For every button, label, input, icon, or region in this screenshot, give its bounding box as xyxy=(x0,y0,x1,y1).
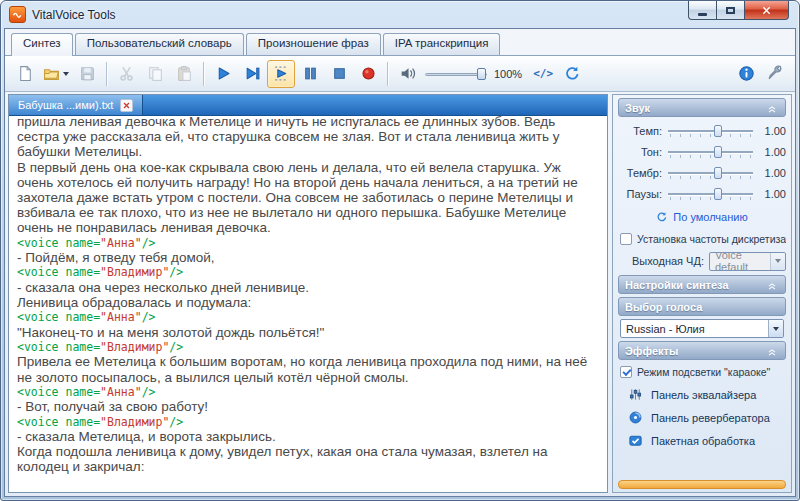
document-close-button[interactable] xyxy=(120,99,133,112)
stop-button[interactable] xyxy=(325,60,353,88)
tone-slider[interactable] xyxy=(666,144,755,160)
combo-dropdown-icon[interactable] xyxy=(768,320,783,337)
cut-button[interactable] xyxy=(112,60,140,88)
scissors-icon xyxy=(118,65,135,82)
app-logo-icon xyxy=(9,6,26,23)
pause-icon xyxy=(302,65,319,82)
close-button[interactable] xyxy=(744,1,789,20)
synthesis-section-title: Настройки синтеза xyxy=(625,279,729,291)
section-header-sound[interactable]: Звук xyxy=(618,98,786,117)
effect-item-label: Пакетная обработка xyxy=(651,435,755,447)
dropdown-caret-icon[interactable] xyxy=(63,72,69,76)
save-button[interactable] xyxy=(73,60,101,88)
play-selection-button[interactable] xyxy=(267,60,295,88)
panel-bottom-scrollbar[interactable] xyxy=(618,480,786,489)
reset-defaults-link[interactable]: По умолчанию xyxy=(673,211,747,223)
save-icon xyxy=(79,65,96,82)
slider-track xyxy=(668,130,753,132)
collapse-chevron-icon[interactable] xyxy=(765,101,779,115)
text-paragraph: Ленивица обрадовалась и подумала: xyxy=(17,295,599,310)
toolbar-separator xyxy=(106,62,107,86)
output-rate-select[interactable]: Voice default xyxy=(709,252,786,271)
document-text-area[interactable]: пришла ленивая девочка к Метелице и ничу… xyxy=(9,116,607,492)
toolbar-separator xyxy=(203,62,204,86)
effect-item-label: Панель ревербератора xyxy=(651,412,770,424)
slider-thumb[interactable] xyxy=(714,188,722,200)
maximize-button[interactable] xyxy=(717,1,744,20)
slider-thumb[interactable] xyxy=(714,167,722,179)
pauses-slider[interactable] xyxy=(666,186,755,202)
pause-button[interactable] xyxy=(296,60,324,88)
slider-thumb[interactable] xyxy=(714,146,722,158)
volume-slider-thumb[interactable] xyxy=(477,68,486,80)
refresh-icon xyxy=(564,65,581,82)
samplerate-checkbox[interactable] xyxy=(620,233,632,245)
tempo-slider[interactable] xyxy=(666,123,755,139)
play-from-cursor-icon xyxy=(244,65,261,82)
copy-button[interactable] xyxy=(141,60,169,88)
app-window: VitalVoice Tools СинтезПользовательский … xyxy=(0,0,800,501)
slider-label: Паузы: xyxy=(618,188,662,200)
voice-select-row: Russian - Юлия xyxy=(618,319,786,338)
samplerate-checkbox-row[interactable]: Установка частоты дискретизации xyxy=(618,230,786,247)
sound-section-title: Звук xyxy=(625,102,650,114)
slider-ticks xyxy=(670,134,753,137)
voice-select-value: Russian - Юлия xyxy=(626,323,705,335)
slider-value: 1.00 xyxy=(758,188,786,200)
record-button[interactable] xyxy=(354,60,382,88)
equalizer-panel-button[interactable]: Панель эквалайзера xyxy=(618,383,786,406)
combo-dropdown-icon[interactable] xyxy=(770,253,785,270)
main-tab-ipa-transcription[interactable]: IPA транскрипция xyxy=(383,33,501,55)
output-rate-row: Выходная ЧД: Voice default xyxy=(618,250,786,272)
slider-track xyxy=(668,151,753,153)
refresh-button[interactable] xyxy=(558,60,586,88)
toolbar-main-group: 100%</> xyxy=(11,60,586,88)
xml-button[interactable]: </> xyxy=(529,60,557,88)
play-button[interactable] xyxy=(209,60,237,88)
window-title: VitalVoice Tools xyxy=(32,8,116,22)
document-tab[interactable]: Бабушка ...ими).txt xyxy=(9,95,143,115)
slider-track xyxy=(668,172,753,174)
play-selection-icon xyxy=(273,65,290,82)
new-file-icon xyxy=(17,65,34,82)
collapse-chevron-icon[interactable] xyxy=(765,278,779,292)
voice-select[interactable]: Russian - Юлия xyxy=(620,319,784,338)
open-file-button[interactable] xyxy=(40,60,72,88)
slider-value: 1.00 xyxy=(758,167,786,179)
timbre-slider[interactable] xyxy=(666,165,755,181)
voice-select-title: Выбор голоса xyxy=(625,301,702,313)
minimize-button[interactable] xyxy=(688,1,717,20)
karaoke-checkbox-row[interactable]: Режим подсветки "караоке" xyxy=(618,363,786,380)
title-bar[interactable]: VitalVoice Tools xyxy=(1,1,799,28)
info-button[interactable] xyxy=(732,60,760,88)
paste-button[interactable] xyxy=(170,60,198,88)
slider-thumb[interactable] xyxy=(714,125,722,137)
close-icon xyxy=(123,102,130,109)
text-paragraph: - сказала она через несколько дней ленив… xyxy=(17,280,599,295)
speaker-icon xyxy=(399,65,416,82)
settings-button[interactable] xyxy=(761,60,789,88)
main-tab-synthesis[interactable]: Синтез xyxy=(11,33,73,56)
new-file-button[interactable] xyxy=(11,60,39,88)
text-paragraph: пришла ленивая девочка к Метелице и ничу… xyxy=(17,116,599,160)
collapse-chevron-icon[interactable] xyxy=(765,344,779,358)
slider-ticks xyxy=(670,197,753,200)
play-from-cursor-button[interactable] xyxy=(238,60,266,88)
section-header-voice-select[interactable]: Выбор голоса xyxy=(618,297,786,316)
main-tab-user-dictionary[interactable]: Пользовательский словарь xyxy=(75,33,244,55)
karaoke-checkbox[interactable] xyxy=(620,366,632,378)
section-header-synthesis[interactable]: Настройки синтеза xyxy=(618,275,786,294)
batch-processing-button[interactable]: Пакетная обработка xyxy=(618,429,786,452)
voice-tag-line: <voice name="Анна"/> xyxy=(17,310,599,325)
volume-slider[interactable] xyxy=(425,65,487,83)
refresh-icon xyxy=(656,211,668,223)
reverb-panel-button[interactable]: Панель ревербератора xyxy=(618,406,786,429)
slider-ticks xyxy=(670,155,753,158)
section-header-effects[interactable]: Эффекты xyxy=(618,341,786,360)
effects-section-title: Эффекты xyxy=(625,345,678,357)
samplerate-checkbox-label: Установка частоты дискретизации xyxy=(637,233,786,245)
text-paragraph: - сказала Метелица, и ворота закрылись. xyxy=(17,429,599,444)
toolbar: 100%</> xyxy=(5,55,795,92)
sound-slider-list: Темп:1.00Тон:1.00Тембр:1.00Паузы:1.00 xyxy=(618,120,786,204)
main-tab-phrase-pronunciation[interactable]: Произношение фраз xyxy=(246,33,381,55)
